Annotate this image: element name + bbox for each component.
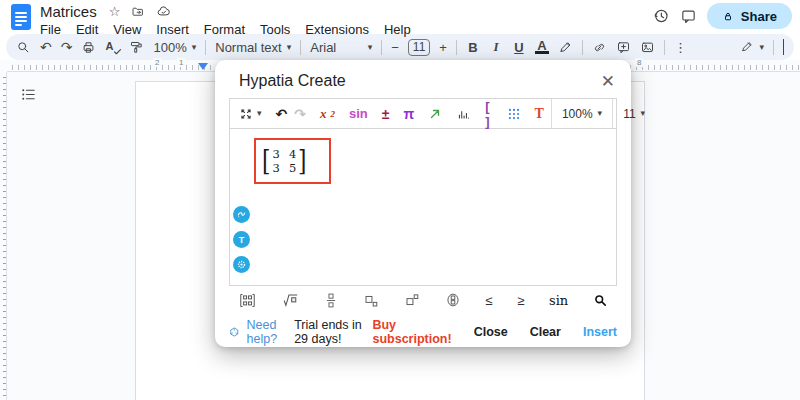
font-dropdown[interactable]: Arial▾ [310,40,372,55]
insert-link-icon[interactable] [592,40,607,55]
menu-edit[interactable]: Edit [76,22,98,37]
hypatia-logo [229,323,240,341]
bold-button[interactable]: B [466,40,480,55]
google-docs-icon[interactable] [11,4,31,30]
main-toolbar: ↶ ↷ A 100%▾ Normal text▾ Arial▾ − 11 + B… [6,34,794,60]
ruler-number: 8 [635,58,643,67]
close-button[interactable]: Close [474,325,508,339]
superscript-tool-button[interactable]: x2 [313,106,342,122]
dialog-footer: Need help? Trial ends in 29 days! Buy su… [229,318,617,346]
right-bracket: ] [298,149,306,173]
redo-icon[interactable]: ↷ [61,39,73,55]
search-icon[interactable] [16,40,31,55]
spellcheck-icon[interactable]: A [105,40,120,55]
text-mode-label: T [239,235,245,245]
menu-extensions[interactable]: Extensions [305,22,369,37]
undo-icon[interactable]: ↶ [40,39,52,55]
ruler-number: 1 [177,58,185,67]
insert-image-icon[interactable] [640,40,655,55]
undo-button[interactable]: ↶ [269,106,295,122]
superscript-template-button[interactable] [404,293,420,308]
chart-tool-button[interactable] [449,107,478,121]
share-button[interactable]: Share [707,3,792,29]
more-options-icon[interactable]: ⋮ [674,40,687,55]
hide-menus-button[interactable] [783,40,784,55]
buy-subscription-link[interactable]: Buy subscription! [372,318,451,346]
share-label: Share [741,9,777,24]
selected-matrix[interactable]: [ 3 4 3 5 ] [254,138,331,184]
search-icon [593,293,608,308]
editing-mode-dropdown[interactable]: ▾ [740,40,764,54]
leq-symbol-button[interactable]: ≤ [485,293,492,308]
brackets-tool-button[interactable]: [ ] [478,99,499,129]
scribble-icon [236,209,247,220]
star-icon[interactable]: ☆ [109,5,121,18]
text-tool-button[interactable]: T [528,106,551,122]
sin-symbol-button[interactable]: sin [549,293,568,308]
matrix-tool-button[interactable] [500,107,528,121]
increase-font-button[interactable]: + [439,40,447,55]
menu-help[interactable]: Help [384,22,411,37]
menu-view[interactable]: View [113,22,141,37]
move-folder-icon[interactable] [131,5,145,19]
cloud-status-icon[interactable] [156,4,171,19]
redo-button[interactable]: ↷ [294,106,313,122]
equation-size-dropdown[interactable]: 11▾ [612,99,655,128]
move-tool-dropdown[interactable]: ▾ [232,107,269,121]
print-icon[interactable] [81,40,96,55]
text-mode-button[interactable]: T [233,231,250,248]
decrease-font-button[interactable]: − [391,40,399,55]
document-title[interactable]: Matrices [40,3,97,20]
zoom-dropdown[interactable]: 100%▾ [153,40,196,55]
settings-button[interactable] [233,256,250,273]
highlight-pen-icon[interactable] [558,40,573,55]
matrix-cell: 4 [289,147,296,161]
paint-format-icon[interactable] [129,40,144,55]
menu-bar: File Edit View Insert Format Tools Exten… [40,22,411,36]
matrix-equation: [ 3 4 3 5 ] [261,147,308,175]
symbol-search-button[interactable] [593,293,608,308]
arrow-tool-button[interactable] [421,107,449,121]
vertical-ruler[interactable] [0,72,7,400]
matrix-template-button[interactable] [238,292,257,309]
equation-canvas[interactable]: [ 3 4 3 5 ] T [229,129,617,286]
italic-button[interactable]: I [489,39,503,55]
paragraph-style-dropdown[interactable]: Normal text▾ [215,40,291,55]
divider [381,40,382,55]
font-size-input[interactable]: 11 [408,39,430,56]
insert-button[interactable]: Insert [583,325,617,339]
binomial-template-button[interactable] [445,292,461,308]
chevron-down-icon: ▾ [257,109,262,118]
menu-insert[interactable]: Insert [156,22,189,37]
need-help-link[interactable]: Need help? [247,318,287,346]
clear-button[interactable]: Clear [530,325,561,339]
document-outline-icon[interactable] [20,86,37,103]
bar-chart-icon [456,107,471,121]
comment-icon[interactable] [680,8,697,25]
menu-format[interactable]: Format [204,22,245,37]
sqrt-template-button[interactable] [282,293,300,308]
arrow-up-right-icon [428,107,442,121]
left-bracket: [ [262,149,270,173]
version-history-icon[interactable] [652,7,670,25]
divider [205,40,206,55]
app-header: Matrices ☆ File Edit View Insert Format … [0,0,800,33]
trial-status-text: Trial ends in 29 days! [294,318,367,346]
menu-tools[interactable]: Tools [260,22,290,37]
menu-file[interactable]: File [40,22,61,37]
underline-button[interactable]: U [512,40,526,55]
fraction-template-button[interactable] [324,292,338,309]
plus-minus-tool-button[interactable]: ± [375,106,397,122]
close-icon[interactable]: ✕ [601,73,615,90]
equation-zoom-dropdown[interactable]: 100%▾ [551,99,612,128]
subscript-template-button[interactable] [363,293,379,308]
chevron-up-icon [783,39,784,55]
divider [773,40,774,55]
pi-tool-button[interactable]: π [396,106,421,122]
geq-symbol-button[interactable]: ≥ [517,293,524,308]
add-comment-icon[interactable] [616,40,631,55]
text-color-button[interactable]: A [535,40,549,54]
indent-marker[interactable] [198,63,208,70]
trig-tool-button[interactable]: sin [342,106,375,121]
handwriting-button[interactable] [233,206,250,223]
